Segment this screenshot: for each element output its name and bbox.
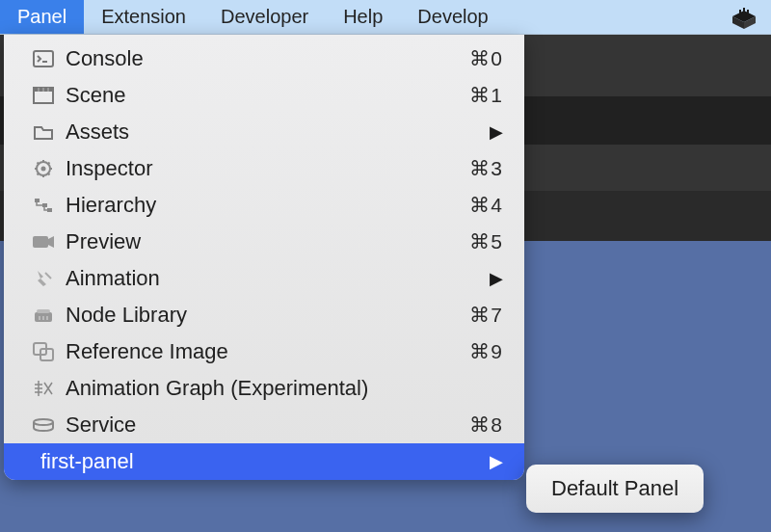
menu-item-shortcut: ⌘7 [469,304,503,327]
menu-item-label: Animation Graph (Experimental) [66,376,503,401]
menu-item-label: Assets [66,120,480,145]
submenu-arrow-icon: ▶ [490,451,503,472]
menu-item-shortcut: ⌘4 [469,194,503,217]
svg-rect-9 [35,199,40,202]
svg-rect-12 [33,236,48,248]
animation-icon [31,268,56,289]
menu-item-shortcut: ⌘0 [469,47,503,70]
menu-item-label: Node Library [66,303,460,328]
svg-point-20 [34,419,53,425]
hierarchy-icon [31,195,56,216]
menu-item-shortcut: ⌘9 [469,340,503,363]
menu-item-animation-graph[interactable]: Animation Graph (Experimental) [4,370,524,407]
inspector-icon [31,158,56,179]
menu-item-scene[interactable]: Scene ⌘1 [4,77,524,114]
scene-icon [31,85,56,106]
submenu-arrow-icon: ▶ [490,268,503,289]
menu-item-label: Preview [66,229,460,254]
menu-item-preview[interactable]: Preview ⌘5 [4,224,524,260]
animgraph-icon [31,378,56,399]
menu-developer[interactable]: Developer [203,0,326,34]
svg-rect-11 [47,208,52,212]
menu-item-console[interactable]: Console ⌘0 [4,40,524,77]
menu-item-label: Ainmation [66,266,480,291]
refimage-icon [31,341,56,362]
menu-item-shortcut: ⌘8 [469,413,503,437]
menu-item-label: Console [66,46,460,71]
svg-rect-14 [37,309,50,313]
menu-extension[interactable]: Extension [84,0,203,34]
menu-item-label: Hierarchy [66,193,460,218]
menu-bar: Panel Extension Developer Help Develop [0,0,771,35]
svg-rect-10 [42,203,47,207]
submenu-arrow-icon: ▶ [490,121,503,143]
first-panel-submenu: Default Panel [526,465,704,513]
service-icon [31,414,56,436]
menu-item-hierarchy[interactable]: Hierarchy ⌘4 [4,187,524,224]
menu-item-label: Inspector [66,156,460,181]
menu-item-shortcut: ⌘3 [469,157,503,180]
menu-item-animation[interactable]: Ainmation ▶ [4,260,524,297]
app-logo-icon [731,0,771,34]
menu-item-assets[interactable]: Assets ▶ [4,114,524,150]
menu-help[interactable]: Help [326,0,400,34]
menu-item-node-library[interactable]: Node Library ⌘7 [4,297,524,333]
svg-rect-0 [34,51,53,66]
panel-dropdown: Console ⌘0 Scene ⌘1 Assets ▶ Inspector ⌘… [4,35,524,480]
menu-item-shortcut: ⌘5 [469,230,503,253]
svg-point-8 [41,167,46,172]
menu-item-first-panel[interactable]: first-panel ▶ [4,443,524,480]
folder-icon [31,121,56,143]
menu-item-label: Service [66,412,460,438]
menu-item-label: Reference Image [66,339,460,364]
menu-item-shortcut: ⌘1 [469,84,503,107]
menu-item-reference-image[interactable]: Reference Image ⌘9 [4,333,524,370]
menu-develop[interactable]: Develop [400,0,505,34]
submenu-item-default-panel[interactable]: Default Panel [526,468,704,509]
library-icon [31,305,56,326]
menu-item-service[interactable]: Service ⌘8 [4,407,524,443]
preview-icon [31,231,56,253]
menu-item-label: Scene [66,83,460,108]
menu-panel[interactable]: Panel [0,0,84,34]
console-icon [31,48,56,69]
menu-item-label: first-panel [40,449,480,474]
menu-item-label: Default Panel [551,476,678,501]
menu-item-inspector[interactable]: Inspector ⌘3 [4,150,524,187]
